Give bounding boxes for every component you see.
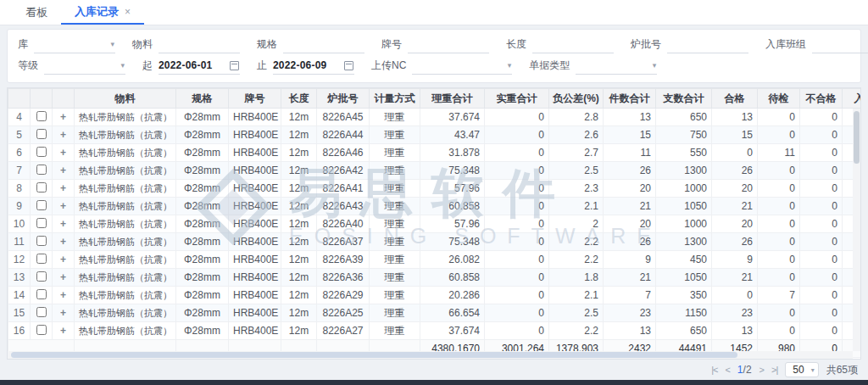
expand-row-button[interactable]: + <box>53 304 75 322</box>
cell-pending: 7 <box>758 287 800 304</box>
cell-length: 12m <box>281 126 317 144</box>
vertical-scrollbar-thumb[interactable] <box>854 111 860 164</box>
team-select[interactable]: ▾ <box>812 36 868 53</box>
filter-length: 长度 <box>506 36 614 53</box>
row-checkbox[interactable] <box>36 218 47 228</box>
table-row: 13+热轧带肋钢筋（抗震）Φ28mmHRB400E12m8226A36理重60.… <box>8 269 862 287</box>
cell-grade: HRB400E <box>229 269 281 287</box>
cell-unqualified: 0 <box>800 287 843 304</box>
cell-heat: 8226A29 <box>317 287 370 304</box>
filter-grade: 牌号 <box>381 36 489 53</box>
cell-pieces: 26 <box>604 162 656 180</box>
tab-inbound-records[interactable]: 入库记录 × <box>61 0 144 25</box>
cell-qualified: 26 <box>712 162 758 180</box>
cell-pending: 0 <box>758 304 800 322</box>
vertical-scrollbar[interactable] <box>853 109 860 351</box>
expand-row-button[interactable]: + <box>53 162 75 180</box>
cell-theoretical: 60.858 <box>420 269 485 287</box>
doc-type-select[interactable]: ▾ <box>576 58 657 75</box>
cell-tolerance: 2.6 <box>549 126 604 144</box>
cell-bars: 1050 <box>656 198 712 215</box>
row-checkbox[interactable] <box>36 129 47 139</box>
row-checkbox[interactable] <box>36 307 47 317</box>
row-index: 5 <box>8 126 31 144</box>
column-header: 炉批号 <box>317 89 370 109</box>
expand-row-button[interactable]: + <box>53 126 75 144</box>
cell-grade: HRB400E <box>229 215 281 233</box>
horizontal-scrollbar[interactable] <box>8 351 853 359</box>
cell-pending: 0 <box>758 233 800 251</box>
row-checkbox[interactable] <box>36 200 47 210</box>
expand-row-button[interactable]: + <box>53 251 75 269</box>
horizontal-scrollbar-thumb[interactable] <box>11 352 737 358</box>
cell-bars: 350 <box>656 287 712 304</box>
cell-actual: 0 <box>485 322 549 340</box>
material-input[interactable] <box>159 36 240 53</box>
first-page-button[interactable]: |< <box>711 365 717 375</box>
cell-qualified: 26 <box>712 233 758 251</box>
row-checkbox[interactable] <box>36 254 47 264</box>
row-checkbox[interactable] <box>36 289 47 299</box>
expand-row-button[interactable]: + <box>53 198 75 215</box>
expand-row-button[interactable]: + <box>53 322 75 340</box>
level-select[interactable]: ▾ <box>44 58 125 75</box>
close-icon[interactable]: × <box>125 6 131 18</box>
page-size-select[interactable]: 50 ▾ <box>785 362 818 377</box>
filter-doc-type-label: 单据类型 <box>529 59 570 73</box>
filter-heat-no: 炉批号 <box>631 36 748 53</box>
row-checkbox[interactable] <box>36 236 47 246</box>
tab-dashboard[interactable]: 看板 <box>12 0 61 25</box>
expand-row-button[interactable]: + <box>53 144 75 162</box>
row-checkbox[interactable] <box>36 271 47 282</box>
row-checkbox-cell <box>31 251 53 269</box>
bottom-strip <box>0 380 868 385</box>
cell-bars: 650 <box>656 322 712 340</box>
cell-grade: HRB400E <box>229 287 281 304</box>
cell-spec: Φ28mm <box>176 233 229 251</box>
expand-row-button[interactable]: + <box>53 287 75 304</box>
row-checkbox[interactable] <box>36 111 47 121</box>
row-checkbox-cell <box>31 198 53 215</box>
next-page-button[interactable]: > <box>760 365 764 375</box>
date-from-input[interactable]: 2022-06-01 <box>159 58 240 75</box>
expand-row-button[interactable]: + <box>53 233 75 251</box>
warehouse-select[interactable]: ▾ <box>34 36 115 53</box>
row-checkbox[interactable] <box>36 147 47 157</box>
chevron-down-icon: ▾ <box>508 61 512 70</box>
cell-spec: Φ28mm <box>176 180 229 198</box>
prev-page-button[interactable]: < <box>725 365 729 375</box>
calendar-icon[interactable] <box>230 61 239 70</box>
heat-no-input[interactable] <box>667 36 748 53</box>
cell-pending: 0 <box>758 162 800 180</box>
column-header: 不合格 <box>800 89 843 109</box>
row-checkbox[interactable] <box>36 182 47 192</box>
cell-spec: Φ28mm <box>176 322 229 340</box>
expand-row-button[interactable]: + <box>53 215 75 233</box>
expand-row-button[interactable]: + <box>53 269 75 287</box>
column-header: 支数合计 <box>656 89 712 109</box>
filter-row-1: 库 ▾ 物料 规格 牌号 长度 炉批号 <box>18 34 850 55</box>
upload-nc-select[interactable]: ▾ <box>412 58 512 75</box>
row-checkbox[interactable] <box>36 325 47 335</box>
length-input[interactable] <box>532 36 614 53</box>
spec-input[interactable] <box>283 36 364 53</box>
row-checkbox-cell <box>31 287 53 304</box>
cell-method: 理重 <box>370 198 420 215</box>
cell-tolerance: 2.7 <box>549 144 604 162</box>
cell-qualified: 23 <box>712 304 758 322</box>
expand-row-button[interactable]: + <box>53 180 75 198</box>
cell-length: 12m <box>281 269 317 287</box>
filter-upload-nc-label: 上传NC <box>371 59 406 73</box>
page-size-value: 50 <box>793 364 804 376</box>
calendar-icon[interactable] <box>344 61 353 70</box>
cell-heat: 8226A45 <box>317 109 370 126</box>
row-checkbox[interactable] <box>36 165 47 175</box>
last-page-button[interactable]: >| <box>771 365 777 375</box>
expand-row-button[interactable]: + <box>53 109 75 126</box>
date-to-input[interactable]: 2022-06-09 <box>273 58 354 75</box>
filter-material: 物料 <box>132 36 240 53</box>
cell-method: 理重 <box>370 126 420 144</box>
grade-input[interactable] <box>408 36 489 53</box>
cell-pieces: 26 <box>604 233 656 251</box>
filter-level-label: 等级 <box>18 59 38 73</box>
